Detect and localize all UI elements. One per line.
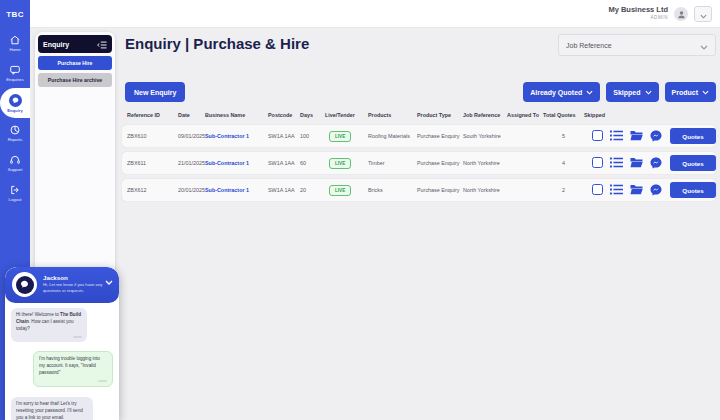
chat-message-agent: Hi there! Welcome to The Build Chain. Ho…	[11, 308, 87, 342]
cell-product-type: Purchase Enquiry	[417, 160, 463, 166]
headset-icon	[9, 154, 21, 166]
quotes-button[interactable]: Quotes	[670, 155, 716, 171]
person-icon	[677, 5, 686, 23]
list-icon[interactable]	[610, 184, 623, 196]
quotes-button[interactable]: Quotes	[670, 128, 716, 144]
purchase-hire-archive-button[interactable]: Purchase Hire archive	[38, 73, 112, 87]
sidebar-item-logout[interactable]: Logout	[0, 178, 30, 208]
chat-bubble-icon	[19, 276, 30, 294]
already-quoted-dropdown[interactable]: Already Quoted	[523, 82, 600, 102]
quotes-button[interactable]: Quotes	[670, 182, 716, 198]
chevron-down-icon	[700, 36, 708, 54]
message-timestamp	[98, 380, 107, 383]
message-timestamp	[73, 336, 82, 339]
live-badge: LIVE	[329, 131, 351, 142]
cell-job-reference: North Yorkshire	[463, 187, 507, 193]
business-name-link[interactable]: Sub-Contractor 1	[205, 187, 268, 193]
collapse-menu-icon[interactable]	[97, 35, 107, 53]
row-actions	[610, 130, 670, 143]
chat-message-user: I'm having trouble logging into my accou…	[33, 351, 113, 387]
cell-days: 20	[300, 187, 325, 193]
cell-job-reference: South Yorkshire	[463, 133, 507, 139]
purchase-hire-button[interactable]: Purchase Hire	[38, 56, 112, 70]
enquiry-icon	[9, 94, 22, 107]
cell-postcode: SW1A 1AA	[268, 187, 300, 193]
subpanel-header: Enquiry	[38, 35, 112, 53]
cell-date: 09/01/2025	[178, 133, 205, 139]
cell-postcode: SW1A 1AA	[268, 160, 300, 166]
product-dropdown[interactable]: Product	[665, 82, 716, 102]
cell-postcode: SW1A 1AA	[268, 133, 300, 139]
cell-products: Roofing Materials	[368, 133, 417, 139]
table-header: Reference ID Date Business Name Postcode…	[122, 108, 716, 121]
enquiries-icon	[9, 64, 21, 76]
chat-header: Jackson Hi, Let me know if you have any …	[5, 267, 119, 303]
account-role: ADMIN	[651, 16, 669, 21]
app-logo: TBC	[0, 0, 30, 28]
cell-days: 100	[300, 133, 325, 139]
account-info: My Business Ltd ADMIN	[608, 6, 668, 20]
table-row: ZBX611 21/01/2025 Sub-Contractor 1 SW1A …	[122, 152, 716, 174]
account-menu-button[interactable]	[694, 6, 712, 22]
chevron-down-icon	[700, 5, 707, 23]
skipped-checkbox[interactable]	[592, 184, 603, 195]
folder-icon[interactable]	[630, 130, 643, 142]
chat-collapse-icon[interactable]	[105, 271, 113, 289]
reports-icon	[9, 124, 21, 136]
avatar[interactable]	[674, 7, 688, 21]
skipped-checkbox[interactable]	[592, 130, 603, 141]
sidebar-item-enquiry[interactable]: Enquiry	[0, 88, 30, 118]
sidebar-item-enquiries[interactable]: Enquiries	[0, 58, 30, 88]
chat-message-agent: I'm sorry to hear that! Let's try resett…	[11, 397, 93, 420]
cell-product-type: Purchase Enquiry	[417, 133, 463, 139]
folder-icon[interactable]	[630, 157, 643, 169]
cell-total-quotes: 4	[543, 160, 584, 166]
job-reference-dropdown[interactable]: Job Reference	[558, 34, 716, 56]
cell-total-quotes: 2	[543, 187, 584, 193]
cell-days: 60	[300, 160, 325, 166]
chat-avatar	[12, 272, 37, 297]
topbar: My Business Ltd ADMIN	[30, 0, 720, 28]
chat-messages: Hi there! Welcome to The Build Chain. Ho…	[5, 303, 119, 420]
home-icon	[9, 34, 21, 46]
cell-reference-id: ZBX610	[127, 133, 178, 139]
sidebar-item-home[interactable]: Home	[0, 28, 30, 58]
chat-icon[interactable]	[650, 157, 662, 170]
cell-products: Timber	[368, 160, 417, 166]
skipped-dropdown[interactable]: Skipped	[606, 82, 658, 102]
list-icon[interactable]	[610, 157, 623, 169]
enquiry-table: Reference ID Date Business Name Postcode…	[122, 108, 716, 206]
table-row: ZBX610 09/01/2025 Sub-Contractor 1 SW1A …	[122, 125, 716, 147]
chat-icon[interactable]	[650, 130, 662, 143]
cell-reference-id: ZBX612	[127, 187, 178, 193]
business-name-link[interactable]: Sub-Contractor 1	[205, 133, 268, 139]
chevron-down-icon	[645, 89, 652, 96]
page-title: Enquiry | Purchase & Hire	[125, 35, 309, 52]
cell-date: 20/01/2025	[178, 187, 205, 193]
table-body: ZBX610 09/01/2025 Sub-Contractor 1 SW1A …	[122, 125, 716, 201]
live-badge: LIVE	[329, 185, 351, 196]
sidebar-item-reports[interactable]: Reports	[0, 118, 30, 148]
cell-reference-id: ZBX611	[127, 160, 178, 166]
logout-icon	[9, 184, 21, 196]
folder-icon[interactable]	[630, 184, 643, 196]
business-name-link[interactable]: Sub-Contractor 1	[205, 160, 268, 166]
chat-agent-name: Jackson	[43, 274, 68, 281]
chat-icon[interactable]	[650, 184, 662, 197]
skipped-checkbox[interactable]	[592, 157, 603, 168]
filter-buttons: Already Quoted Skipped Product	[523, 82, 716, 102]
list-icon[interactable]	[610, 130, 623, 142]
account-name: My Business Ltd	[608, 6, 668, 14]
row-actions	[610, 157, 670, 170]
chat-widget: Jackson Hi, Let me know if you have any …	[5, 267, 119, 420]
cell-total-quotes: 5	[543, 133, 584, 139]
cell-product-type: Purchase Enquiry	[417, 187, 463, 193]
new-enquiry-button[interactable]: New Enquiry	[125, 82, 185, 102]
chevron-down-icon	[586, 89, 593, 96]
chat-agent-subtitle: Hi, Let me know if you have any question…	[43, 282, 107, 294]
sidebar-item-support[interactable]: Support	[0, 148, 30, 178]
cell-job-reference: North Yorkshire	[463, 160, 507, 166]
cell-date: 21/01/2025	[178, 160, 205, 166]
row-actions	[610, 184, 670, 197]
table-row: ZBX612 20/01/2025 Sub-Contractor 1 SW1A …	[122, 179, 716, 201]
